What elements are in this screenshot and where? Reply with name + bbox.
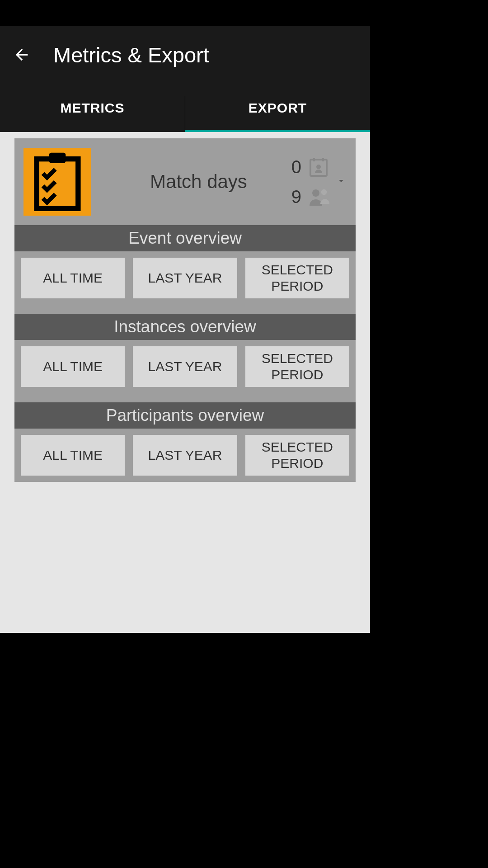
event-selector[interactable]: Match days 0 9 [14,138,356,225]
event-last-year-button[interactable]: LAST YEAR [133,258,237,298]
section-header-instances-overview: Instances overview [14,314,356,340]
event-all-time-button[interactable]: ALL TIME [21,258,125,298]
event-selected-period-button[interactable]: SELECTED PERIOD [245,258,349,298]
section-header-event-overview: Event overview [14,225,356,251]
participants-all-time-button[interactable]: ALL TIME [21,435,125,476]
calendar-person-icon [308,156,329,178]
participants-last-year-button[interactable]: LAST YEAR [133,435,237,476]
people-stat: 9 [290,186,331,208]
people-count: 9 [290,187,301,207]
export-card: Match days 0 9 [14,138,356,482]
svg-point-5 [316,165,321,169]
svg-point-7 [321,189,327,195]
event-stats: 0 9 [290,156,331,208]
tab-export[interactable]: EXPORT [185,84,370,132]
section-header-participants-overview: Participants overview [14,402,356,429]
event-name: Match days [108,171,290,193]
instances-selected-period-button[interactable]: SELECTED PERIOD [245,346,349,387]
back-button[interactable] [11,44,33,66]
content-area: Match days 0 9 [0,132,370,633]
svg-point-6 [312,189,319,197]
tab-bar: METRICS EXPORT [0,84,370,132]
tab-metrics[interactable]: METRICS [0,84,185,132]
app-bar: Metrics & Export [0,26,370,84]
clipboard-icon [23,148,91,216]
people-icon [308,186,331,208]
arrow-left-icon [13,46,31,64]
instances-all-time-button[interactable]: ALL TIME [21,346,125,387]
calendar-stat: 0 [290,156,331,178]
instances-overview-buttons: ALL TIME LAST YEAR SELECTED PERIOD [14,340,356,393]
page-title: Metrics & Export [53,42,209,67]
chevron-down-icon [336,175,347,188]
calendar-count: 0 [290,157,301,177]
participants-selected-period-button[interactable]: SELECTED PERIOD [245,435,349,476]
svg-rect-1 [49,153,66,163]
participants-overview-buttons: ALL TIME LAST YEAR SELECTED PERIOD [14,429,356,482]
event-overview-buttons: ALL TIME LAST YEAR SELECTED PERIOD [14,251,356,305]
instances-last-year-button[interactable]: LAST YEAR [133,346,237,387]
